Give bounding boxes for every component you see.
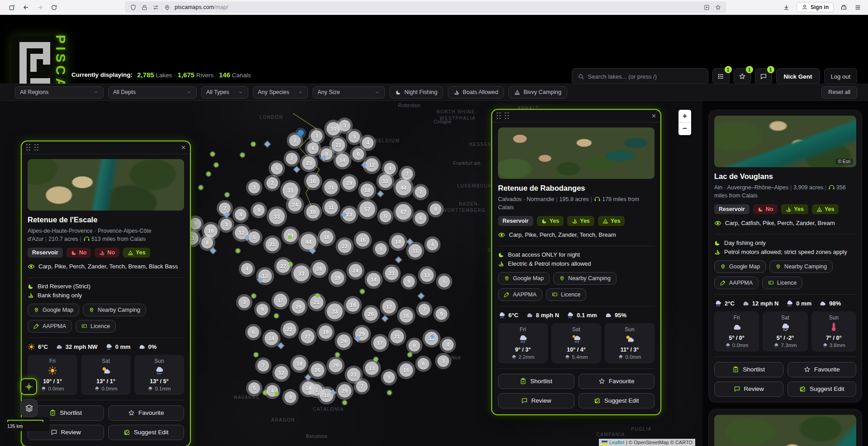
cluster-marker[interactable]: 10 <box>379 174 392 188</box>
cluster-marker[interactable]: 6 <box>352 148 364 160</box>
cluster-marker[interactable]: 14 <box>336 154 349 167</box>
cluster-marker[interactable]: 27 <box>301 330 314 343</box>
lake-marker[interactable] <box>343 401 347 405</box>
cluster-marker[interactable]: 9 <box>190 218 201 230</box>
cluster-marker[interactable]: 33 <box>327 304 343 319</box>
link-licence[interactable]: Licence <box>546 288 586 301</box>
cluster-marker[interactable]: 7 <box>356 380 368 392</box>
cluster-marker[interactable]: 10 <box>327 122 340 136</box>
cluster-marker[interactable]: 8 <box>408 340 420 352</box>
cluster-marker[interactable]: 14 <box>367 273 380 286</box>
layers-button[interactable] <box>20 399 38 417</box>
cluster-marker[interactable]: 2 <box>219 202 231 214</box>
cluster-marker[interactable]: 23 <box>385 267 398 280</box>
cluster-marker[interactable]: 11 <box>324 201 338 214</box>
cluster-marker[interactable]: 44 <box>396 180 412 196</box>
url-bar[interactable]: piscamaps.com/map/ <box>125 1 726 13</box>
link-nearby-camping[interactable]: Nearby Camping <box>83 304 146 316</box>
cluster-marker[interactable]: 9 <box>285 391 296 403</box>
locate-me-button[interactable] <box>20 378 37 395</box>
cluster-marker[interactable]: 18 <box>360 183 374 197</box>
downloads-icon[interactable] <box>783 4 790 11</box>
lake-marker[interactable] <box>336 353 340 357</box>
cluster-marker[interactable]: 3 <box>248 182 260 193</box>
cluster-marker[interactable]: 2 <box>311 384 323 396</box>
cluster-marker[interactable]: 21 <box>266 238 279 251</box>
cluster-marker[interactable]: 17 <box>373 336 387 350</box>
cluster-marker[interactable]: 4 <box>235 209 247 221</box>
logout-button[interactable]: Log out <box>824 68 857 85</box>
favourite-button[interactable]: Favourite <box>787 362 857 377</box>
suggest-edit-button[interactable]: Suggest Edit <box>579 393 655 408</box>
species-filter[interactable]: Any Species <box>253 86 308 99</box>
cluster-marker[interactable]: 24 <box>337 334 351 348</box>
browser-signin-button[interactable]: Sign in <box>797 2 834 12</box>
shortlist-button[interactable]: Shortlist <box>498 374 574 389</box>
cluster-marker[interactable]: 8 <box>430 203 441 215</box>
lake-marker[interactable] <box>207 172 211 176</box>
cluster-marker[interactable]: 5 <box>248 382 260 394</box>
link-google-map[interactable]: Google Map <box>714 260 766 273</box>
cluster-marker[interactable]: 18 <box>346 298 360 312</box>
suggest-edit-button[interactable]: Suggest Edit <box>108 425 185 440</box>
lake-marker[interactable] <box>374 357 378 361</box>
lake-marker[interactable] <box>289 263 293 267</box>
cluster-marker[interactable]: 31 <box>283 183 299 198</box>
cluster-marker[interactable]: 6 <box>415 212 427 224</box>
size-filter[interactable]: Any Size <box>313 86 385 99</box>
lake-marker[interactable] <box>388 391 392 395</box>
shortlist-button[interactable]: Shortlist <box>714 362 783 377</box>
cluster-marker[interactable]: 5 <box>379 211 391 222</box>
close-icon[interactable]: × <box>181 144 185 151</box>
lake-marker[interactable] <box>360 290 365 294</box>
cluster-marker[interactable]: 17 <box>274 294 287 307</box>
cluster-marker[interactable]: 22 <box>283 323 296 336</box>
shortlist-menu-button[interactable]: 1 <box>712 68 730 85</box>
link-nearby-camping[interactable]: Nearby Camping <box>769 260 833 273</box>
back-icon[interactable] <box>22 4 30 11</box>
dept-filter[interactable]: All Depts <box>108 86 197 99</box>
cluster-marker[interactable]: 13 <box>365 361 379 375</box>
cluster-marker[interactable]: 29 <box>292 300 305 314</box>
cluster-marker[interactable]: 7 <box>415 186 427 198</box>
lake-marker[interactable] <box>214 163 218 167</box>
reset-all-button[interactable]: Reset all <box>821 86 857 99</box>
cluster-marker[interactable]: 57 <box>360 202 375 217</box>
cluster-marker[interactable]: 6 <box>307 142 319 154</box>
drag-handle-icon[interactable] <box>34 144 39 151</box>
cluster-marker[interactable]: 16 <box>306 205 320 219</box>
cluster-marker[interactable]: 18 <box>293 357 306 371</box>
url-text[interactable]: piscamaps.com/map/ <box>175 4 228 10</box>
lake-marker[interactable] <box>251 142 256 146</box>
cluster-marker[interactable]: 29 <box>338 384 351 398</box>
favourites-button[interactable]: 1 <box>734 68 751 85</box>
zoom-in-button[interactable]: + <box>678 110 691 122</box>
bookmark-star-icon[interactable] <box>714 4 722 11</box>
cluster-marker[interactable]: 19 <box>319 325 332 339</box>
lake-marker[interactable] <box>275 314 279 318</box>
cluster-marker[interactable]: 8 <box>201 237 213 249</box>
forward-icon[interactable] <box>36 4 44 11</box>
cluster-marker[interactable]: 16 <box>306 174 320 188</box>
link-aappma[interactable]: AAPPMA <box>498 288 542 301</box>
lake-marker[interactable] <box>225 193 229 197</box>
review-button[interactable]: Review <box>498 393 574 408</box>
shield-icon[interactable] <box>129 4 137 11</box>
selected-marker[interactable] <box>298 130 304 136</box>
cluster-marker[interactable]: 9 <box>403 276 415 287</box>
cluster-marker[interactable]: 23 <box>302 156 316 170</box>
lake-marker[interactable] <box>254 353 258 357</box>
cluster-marker[interactable]: 16 <box>356 233 370 247</box>
type-filter[interactable]: All Types <box>201 86 248 99</box>
link-aappma[interactable]: AAPPMA <box>28 320 72 333</box>
reload-icon[interactable] <box>50 4 58 11</box>
cluster-marker[interactable]: 27 <box>276 259 290 273</box>
cluster-marker[interactable]: 4 <box>442 339 454 351</box>
results-sidebar[interactable]: © Esri Lac de Vouglans Ain · Auvergne–Rh… <box>702 101 868 446</box>
leaflet-link[interactable]: Leaflet <box>609 440 624 445</box>
cluster-marker[interactable]: 5 <box>271 163 283 174</box>
user-button[interactable]: Nick Gent <box>776 68 820 85</box>
cluster-marker[interactable]: 26 <box>311 363 324 377</box>
cluster-marker[interactable]: 16 <box>399 309 413 323</box>
cluster-marker[interactable]: 9 <box>383 371 395 383</box>
